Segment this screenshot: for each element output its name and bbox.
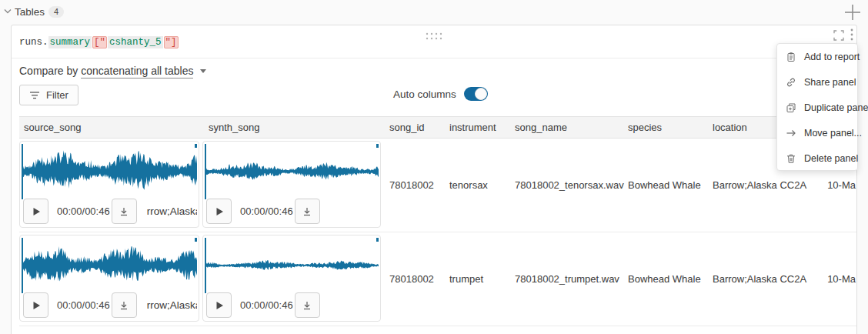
date-cell: 10-Ma	[816, 232, 856, 326]
menu-item-label: Move panel...	[804, 128, 862, 139]
column-header-source-song[interactable]: source_song	[19, 117, 202, 138]
compare-by-row: Compare by concatenating all tables	[19, 65, 206, 77]
expression-open-bracket-token: ["	[92, 36, 107, 48]
add-panel-button[interactable]	[843, 3, 862, 22]
table-row: 00:00/00:46 rrow;Alaska CC	[19, 139, 856, 232]
duplicate-icon	[786, 102, 796, 113]
song-name-cell: 78018002_tenorsax.wav	[510, 139, 626, 232]
audio-controls: 00:00/00:46 rrow;Alaska CC	[23, 292, 197, 318]
expression-key-token: cshanty_5	[108, 36, 163, 48]
waveform-scrubber[interactable]	[205, 144, 379, 199]
data-table: source_song synth_song song_id instrumen…	[19, 116, 856, 326]
filter-icon	[29, 92, 40, 99]
source-song-cell: 00:00/00:46 rrow;Alaska CC	[19, 139, 202, 232]
source-song-cell: 00:00/00:46 rrow;Alaska CC	[19, 232, 202, 326]
section-count-badge: 4	[48, 6, 64, 18]
panel-expression-input[interactable]: runs.summary["cshanty_5"]	[19, 35, 179, 51]
waveform-end-tick	[195, 238, 197, 242]
location-cell: Barrow;Alaska CC2A	[710, 232, 816, 326]
song-id-cell: 78018002	[384, 232, 446, 326]
tables-section-header: Tables 4	[0, 0, 868, 23]
expression-summary-token: summary	[48, 36, 92, 48]
play-button[interactable]	[23, 292, 48, 318]
auto-columns-label: Auto columns	[393, 89, 456, 100]
play-button[interactable]	[206, 199, 232, 224]
audio-time: 00:00/00:46	[57, 299, 110, 311]
play-button[interactable]	[23, 199, 48, 224]
menu-item-label: Add to report	[804, 52, 860, 62]
audio-controls: 00:00/00:46 rrow;Alaska CC	[23, 199, 197, 224]
panel-context-menu: Add to report Share panel Duplicate pane…	[776, 43, 858, 171]
toggle-knob	[475, 88, 487, 100]
column-header-species[interactable]: species	[626, 117, 710, 138]
menu-item-duplicate-panel[interactable]: Duplicate panel	[777, 95, 857, 120]
move-arrow-icon	[786, 128, 796, 139]
play-button[interactable]	[206, 292, 232, 318]
audio-player: 00:00/00:46	[202, 235, 381, 322]
menu-item-label: Delete panel	[804, 153, 858, 164]
waveform-end-tick	[376, 144, 379, 148]
compare-by-value: concatenating all tables	[81, 65, 193, 77]
fullscreen-icon[interactable]	[833, 30, 846, 42]
audio-player: 00:00/00:46 rrow;Alaska CC	[19, 141, 199, 228]
playhead-cursor	[205, 238, 206, 293]
audio-caption: rrow;Alaska CC	[147, 299, 197, 311]
expression-runs-token: runs.	[19, 37, 48, 48]
expression-close-bracket-token: "]	[164, 36, 179, 48]
song-id-cell: 78018002	[384, 139, 446, 232]
drag-handle-dots-icon[interactable]	[426, 32, 444, 40]
table-panel: runs.summary["cshanty_5"] Compare by con…	[11, 25, 857, 334]
table-row: 00:00/00:46 rrow;Alaska CC	[19, 232, 856, 326]
audio-caption: rrow;Alaska CC	[147, 205, 197, 217]
column-header-synth-song[interactable]: synth_song	[202, 117, 384, 138]
menu-item-add-to-report[interactable]: Add to report	[777, 44, 857, 69]
song-name-cell: 78018002_trumpet.wav	[510, 232, 626, 326]
audio-time: 00:00/00:46	[240, 205, 293, 217]
waveform-scrubber[interactable]	[205, 238, 379, 293]
species-cell: Bowhead Whale	[626, 139, 710, 232]
audio-controls: 00:00/00:46	[206, 199, 379, 224]
instrument-cell: tenorsax	[446, 139, 510, 232]
audio-player: 00:00/00:46 rrow;Alaska CC	[19, 235, 199, 322]
download-button[interactable]	[112, 292, 137, 318]
playhead-cursor	[205, 144, 206, 199]
synth-song-cell: 00:00/00:46	[202, 139, 384, 232]
playhead-cursor	[22, 238, 23, 293]
compare-by-label: Compare by	[19, 65, 81, 77]
compare-by-dropdown[interactable]: concatenating all tables	[81, 65, 193, 78]
auto-columns-toggle[interactable]	[464, 87, 488, 101]
playhead-cursor	[22, 144, 23, 199]
instrument-cell: trumpet	[446, 232, 510, 326]
link-icon	[786, 77, 796, 88]
kebab-menu-icon[interactable]	[850, 28, 858, 42]
report-icon	[786, 52, 796, 62]
audio-time: 00:00/00:46	[240, 299, 293, 311]
menu-item-move-panel[interactable]: Move panel...	[777, 120, 857, 145]
filter-button[interactable]: Filter	[19, 85, 78, 105]
waveform-end-tick	[195, 144, 197, 148]
download-button[interactable]	[112, 199, 137, 224]
column-header-song-name[interactable]: song_name	[510, 117, 626, 138]
waveform-scrubber[interactable]	[22, 144, 197, 199]
menu-item-share-panel[interactable]: Share panel	[777, 69, 857, 95]
table-header-row: source_song synth_song song_id instrumen…	[19, 116, 856, 139]
audio-controls: 00:00/00:46	[206, 292, 379, 318]
synth-song-cell: 00:00/00:46	[202, 232, 384, 326]
caret-down-icon	[200, 69, 206, 73]
audio-player: 00:00/00:46	[202, 141, 381, 228]
species-cell: Bowhead Whale	[626, 232, 710, 326]
menu-item-label: Duplicate panel	[804, 102, 868, 113]
menu-item-delete-panel[interactable]: Delete panel	[777, 145, 857, 171]
section-title[interactable]: Tables	[15, 6, 45, 18]
column-header-song-id[interactable]: song_id	[384, 117, 446, 138]
auto-columns-control: Auto columns	[393, 87, 488, 101]
waveform-scrubber[interactable]	[22, 238, 197, 293]
filter-button-label: Filter	[46, 89, 68, 101]
download-button[interactable]	[295, 292, 320, 318]
audio-time: 00:00/00:46	[57, 205, 110, 217]
menu-item-label: Share panel	[804, 77, 856, 88]
waveform-end-tick	[376, 238, 379, 242]
download-button[interactable]	[295, 199, 320, 224]
column-header-instrument[interactable]: instrument	[446, 117, 510, 138]
chevron-down-icon[interactable]	[4, 8, 12, 14]
